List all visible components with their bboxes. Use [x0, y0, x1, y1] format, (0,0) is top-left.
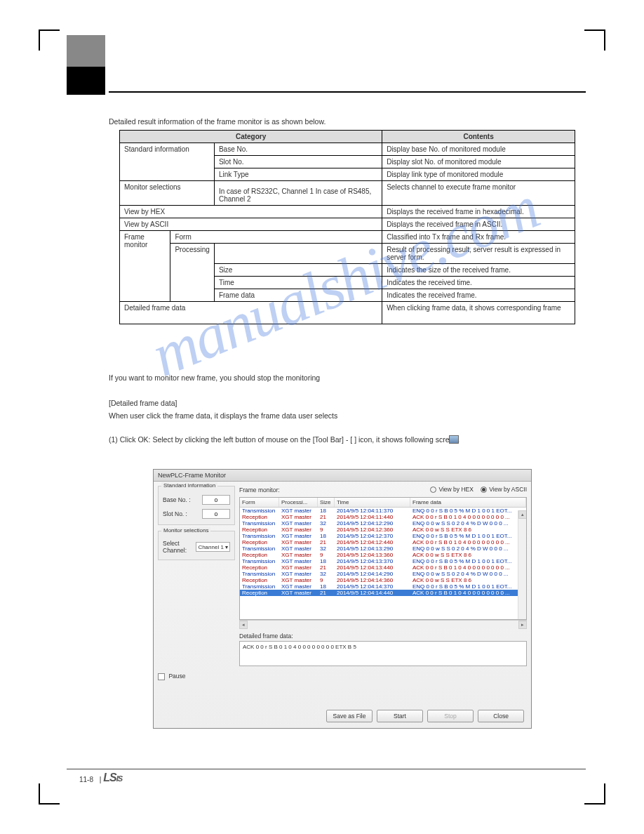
frame-row[interactable]: TransmissionXGT master322014/9/5 12:04:1… [240, 520, 526, 527]
detailed-frame-data[interactable]: ACK 0 0 r S B 0 1 0 4 0 0 0 0 0 0 0 0 ET… [239, 641, 527, 666]
select-channel-dropdown[interactable]: Channel 1 ▾ [196, 542, 230, 552]
frame-cell: Reception [240, 514, 279, 520]
frame-cell: Reception [240, 552, 279, 558]
frame-cell: XGT master [279, 508, 318, 514]
frame-cell: Reception [240, 590, 279, 596]
frame-row[interactable]: ReceptionXGT master92014/9/5 12:04:14:36… [240, 577, 526, 583]
frame-cell: 2014/9/5 12:04:14:440 [335, 590, 410, 596]
frame-cell: ENQ 0 0 r S B 0 5 % M D 1 0 0 1 EOT... [410, 583, 526, 590]
frame-row[interactable]: ReceptionXGT master212014/9/5 12:04:14:4… [240, 590, 526, 596]
scroll-up-icon[interactable]: ▴ [518, 510, 527, 519]
frame-row[interactable]: ReceptionXGT master212014/9/5 12:04:13:4… [240, 564, 526, 571]
crop-mark-br [584, 783, 605, 805]
frame-cell: 2014/9/5 12:04:11:370 [335, 508, 410, 514]
cell: Result of processing result, server resu… [382, 244, 575, 264]
frame-cell: 9 [318, 552, 335, 558]
frame-cell: ENQ 0 0 r S B 0 5 % M D 1 0 0 1 EOT... [410, 558, 526, 564]
body-line4-text: (1) Click OK: Select by clicking the lef… [109, 435, 459, 444]
frame-list[interactable]: Form Processi... Size Time Frame data Tr… [239, 497, 527, 620]
frame-cell: 2014/9/5 12:04:13:290 [335, 545, 410, 552]
base-no-input[interactable] [202, 495, 230, 505]
frame-row[interactable]: TransmissionXGT master322014/9/5 12:04:1… [240, 571, 526, 577]
body-line2: [Detailed frame data] [109, 397, 177, 409]
frame-monitor-toolbar-icon [449, 435, 459, 444]
frame-cell: 21 [318, 590, 335, 596]
close-button[interactable]: Close [478, 710, 524, 722]
slot-no-input[interactable] [202, 509, 230, 519]
frame-row[interactable]: TransmissionXGT master182014/9/5 12:04:1… [240, 583, 526, 590]
save-as-file-button[interactable]: Save as File [326, 710, 373, 722]
col-size: Size [318, 498, 335, 507]
base-no-label: Base No. : [163, 496, 191, 503]
frame-cell: XGT master [279, 558, 318, 564]
cell: Monitor selections [120, 181, 215, 206]
scroll-left-icon[interactable]: ◂ [239, 621, 248, 629]
crop-mark-tl [39, 29, 60, 51]
frame-cell: XGT master [279, 539, 318, 545]
frame-row[interactable]: ReceptionXGT master92014/9/5 12:04:13:36… [240, 552, 526, 558]
cell: Frame data [214, 289, 382, 302]
horizontal-scrollbar[interactable]: ◂ ▸ [239, 620, 527, 628]
cell: Processing [170, 244, 214, 302]
frame-cell: 2014/9/5 12:04:14:360 [335, 577, 410, 583]
vertical-scrollbar[interactable]: ▴ [518, 510, 526, 619]
detailed-frame-label: Detailed frame data: [239, 633, 527, 640]
frame-cell: XGT master [279, 527, 318, 533]
cell: Detailed frame data [120, 302, 382, 324]
frame-row[interactable]: ReceptionXGT master92014/9/5 12:04:12:36… [240, 527, 526, 533]
frame-cell: Transmission [240, 571, 279, 577]
cell: Selects channel to execute frame monitor [382, 181, 575, 206]
frame-cell: 18 [318, 533, 335, 539]
frame-cell: ACK 0 0 w S S ETX 8 6 [410, 552, 526, 558]
monitor-sel-label: Monitor selections [161, 527, 210, 534]
frame-cell: 18 [318, 583, 335, 590]
cell: Link Type [214, 168, 382, 181]
frame-cell: ACK 0 0 r S B 0 1 0 4 0 0 0 0 0 0 0 0 ..… [410, 539, 526, 545]
start-button[interactable]: Start [377, 710, 423, 722]
select-channel-value: Channel 1 [198, 544, 223, 550]
cell: Classified into Tx frame and Rx frame. [382, 231, 575, 244]
header-rule [109, 91, 586, 93]
th-category: Category [120, 131, 382, 143]
frame-cell: 2014/9/5 12:04:12:440 [335, 539, 410, 545]
frame-row[interactable]: TransmissionXGT master182014/9/5 12:04:1… [240, 558, 526, 564]
cell: View by HEX [120, 206, 382, 218]
cell: Frame monitor [120, 231, 170, 302]
frame-cell: XGT master [279, 583, 318, 590]
pause-checkbox[interactable] [158, 673, 165, 680]
view-ascii-radio[interactable]: View by ASCII [481, 486, 527, 493]
stop-button[interactable]: Stop [427, 710, 474, 722]
frame-row[interactable]: TransmissionXGT master182014/9/5 12:04:1… [240, 508, 526, 514]
crop-mark-bl [39, 783, 60, 805]
frame-cell: 2014/9/5 12:04:13:370 [335, 558, 410, 564]
header-black-block [67, 67, 105, 95]
frame-cell: Transmission [240, 533, 279, 539]
frame-cell: 21 [318, 514, 335, 520]
cell: Time [214, 277, 382, 289]
intro-text: Detailed result information of the frame… [109, 116, 326, 128]
frame-cell: XGT master [279, 577, 318, 583]
frame-cell: 9 [318, 577, 335, 583]
scroll-right-icon[interactable]: ▸ [518, 621, 527, 629]
dialog-title: NewPLC-Frame Monitor [154, 470, 531, 482]
std-info-label: Standard information [161, 482, 217, 489]
frame-cell: ACK 0 0 r S B 0 1 0 4 0 0 0 0 0 0 0 0 ..… [410, 514, 526, 520]
frame-monitor-dialog: NewPLC-Frame Monitor Standard informatio… [153, 469, 532, 729]
cell: Indicates the received time. [382, 277, 575, 289]
frame-cell: 32 [318, 520, 335, 527]
frame-row[interactable]: ReceptionXGT master212014/9/5 12:04:12:4… [240, 539, 526, 545]
frame-cell: XGT master [279, 520, 318, 527]
frame-row[interactable]: TransmissionXGT master182014/9/5 12:04:1… [240, 533, 526, 539]
monitor-selections-group: Monitor selections Select Channel: Chann… [158, 531, 235, 560]
view-hex-radio[interactable]: View by HEX [430, 486, 473, 493]
frame-cell: Transmission [240, 508, 279, 514]
frame-row[interactable]: ReceptionXGT master212014/9/5 12:04:11:4… [240, 514, 526, 520]
frame-cell: Reception [240, 577, 279, 583]
frame-row[interactable]: TransmissionXGT master322014/9/5 12:04:1… [240, 545, 526, 552]
cell: Displays the received frame in hexadecim… [382, 206, 575, 218]
cell: View by ASCII [120, 218, 382, 231]
frame-cell: ACK 0 0 r S B 0 1 0 4 0 0 0 0 0 0 0 0 ..… [410, 590, 526, 596]
cell: Display base No. of monitored module [382, 143, 575, 156]
frame-cell: 2014/9/5 12:04:11:440 [335, 514, 410, 520]
col-time: Time [335, 498, 410, 507]
